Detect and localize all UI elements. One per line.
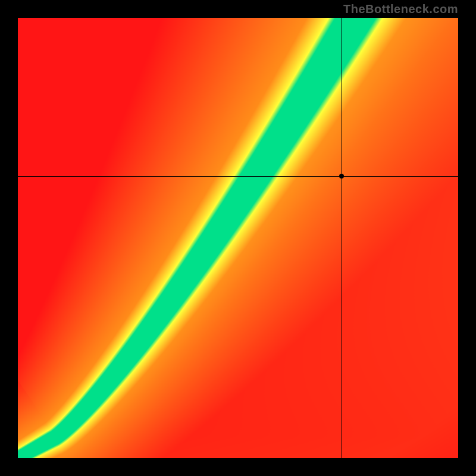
crosshair-horizontal [18,176,458,177]
heatmap-plot [18,18,458,458]
crosshair-vertical [342,18,342,458]
chart-container: TheBottleneck.com [0,0,476,476]
marker-dot [339,174,344,178]
heatmap-canvas [18,18,458,458]
watermark-label: TheBottleneck.com [343,2,458,16]
